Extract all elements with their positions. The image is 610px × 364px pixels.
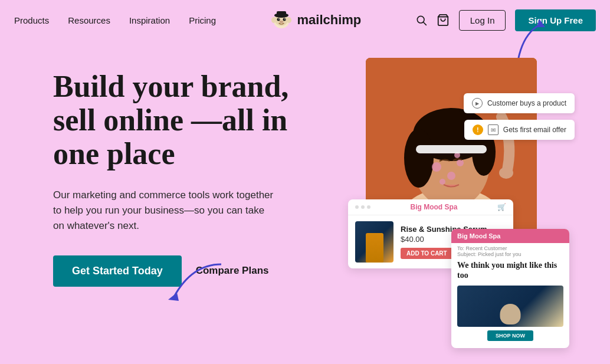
svg-point-24 [447,172,455,180]
login-button[interactable]: Log In [459,10,506,31]
email-to: To: Recent Customer Subject: Picked just… [451,243,569,258]
email-to-label: To: Recent Customer [457,245,563,251]
store-name: Big Mood Spa [370,203,497,211]
email-card: Big Mood Spa To: Recent Customer Subject… [451,229,569,348]
svg-point-4 [277,18,280,21]
nav-logo[interactable]: mailchimp [270,8,361,32]
hero-subtext: Our marketing and commerce tools work to… [53,188,277,234]
email-card-body: We think you might like this too SHOP NO… [451,258,569,343]
nav-inspiration[interactable]: Inspiration [129,15,170,25]
svg-rect-10 [277,11,286,17]
nav-resources[interactable]: Resources [68,15,110,25]
svg-line-12 [424,22,427,25]
mail-icon: ✉ [488,124,499,135]
email-card-header: Big Mood Spa [451,229,569,243]
automation-card-1: ▶ Customer buys a product [464,93,575,113]
svg-marker-15 [537,19,545,27]
hero-right: ▶ Customer buys a product ! ✉ Gets first… [348,58,569,353]
email-brand: Big Mood Spa [457,232,563,240]
automation-label-1: Customer buys a product [487,99,566,107]
play-icon: ▶ [472,98,483,109]
svg-point-22 [432,162,441,172]
svg-point-7 [284,18,286,19]
email-product-image [457,286,563,327]
product-image [355,221,393,263]
hero-headline: Build your brand, sell online —all in on… [53,70,336,171]
automation-card-2: ! ✉ Gets first email offer [464,120,575,140]
dot-2 [361,205,365,209]
svg-point-8 [280,21,284,23]
cart-button[interactable] [437,14,450,27]
logo-text: mailchimp [297,12,361,28]
dot-1 [355,205,359,209]
nav-pricing[interactable]: Pricing [189,15,216,25]
svg-point-25 [440,179,445,185]
email-headline: We think you might like this too [457,261,563,281]
svg-point-20 [404,129,434,188]
browser-dots [355,205,370,209]
svg-point-6 [278,18,280,19]
serum-bottle [366,233,383,263]
candle-image [500,304,521,324]
nav-right: Log In Sign Up Free [415,9,596,31]
automation-label-2: Gets first email offer [503,126,566,134]
svg-point-23 [457,159,464,166]
svg-point-28 [499,167,513,179]
product-card-header: Big Mood Spa 🛒 [348,199,513,215]
search-button[interactable] [415,14,427,26]
svg-rect-27 [416,145,487,153]
cart-icon-small: 🛒 [497,203,506,211]
svg-point-2 [271,17,276,23]
warning-icon: ! [473,124,483,135]
email-subject: Subject: Picked just for you [457,251,563,257]
nav-products[interactable]: Products [14,15,49,25]
svg-point-5 [283,18,286,21]
svg-marker-14 [168,293,179,301]
shop-now-button[interactable]: SHOP NOW [487,330,533,341]
hero-left: Build your brand, sell online —all in on… [53,58,336,287]
hero-section: Build your brand, sell online —all in on… [0,40,610,364]
add-to-cart-button[interactable]: ADD TO CART [401,248,453,259]
svg-point-3 [287,17,291,23]
arrow-left-container [156,258,227,308]
nav-left: Products Resources Inspiration Pricing [14,15,216,25]
